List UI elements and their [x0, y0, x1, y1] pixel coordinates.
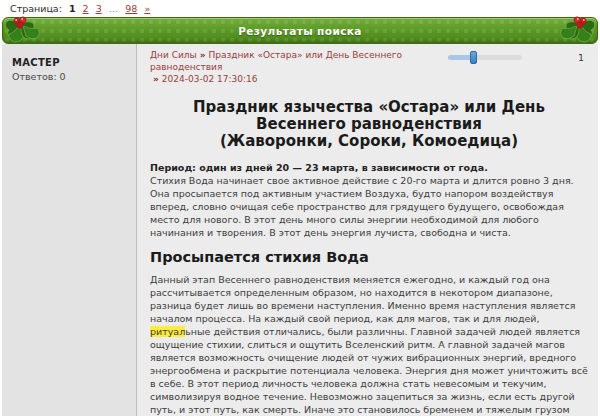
slider-handle[interactable] [470, 51, 477, 64]
period-line: Период: один из дней 20 — 23 марта, в за… [150, 161, 588, 174]
breadcrumb-forum-link[interactable]: Дни Силы [150, 50, 197, 60]
post-body: Праздник язычества «Остара» или День Вес… [150, 99, 588, 416]
author-replies-count: Ответов: 0 [12, 71, 128, 82]
holly-icon-left [3, 14, 49, 46]
topic-header-right: 1 [448, 49, 588, 63]
post-number-link[interactable]: 1 [578, 52, 584, 63]
results-header-bar: Результаты поиска [2, 17, 598, 44]
pagination: Страница: 1 2 3 … 98 » [0, 0, 600, 17]
breadcrumb-separator: » [200, 50, 206, 60]
pagination-ellipsis: … [109, 3, 119, 14]
breadcrumb-separator: » [153, 74, 159, 84]
holly-icon-right [551, 14, 597, 46]
pagination-label: Страница: [10, 3, 62, 14]
article-title: Праздник язычества «Остара» или День Вес… [153, 99, 585, 150]
article-title-line2: (Жаворонки, Сороки, Комоедица) [220, 132, 518, 150]
pagination-next-button[interactable]: » [144, 3, 150, 14]
paragraph-2: Данный этап Весеннего равноденствия меня… [150, 273, 588, 416]
post-date-link[interactable]: 2024-03-02 17:30:16 [162, 74, 258, 84]
section-heading-water: Просыпается стихия Вода [150, 251, 588, 264]
pagination-page-2[interactable]: 2 [83, 3, 89, 14]
page-title: Результаты поиска [238, 25, 362, 37]
author-username: МАСТЕР [12, 57, 128, 68]
pagination-last-page[interactable]: 98 [125, 3, 137, 14]
breadcrumb: Дни Силы»Праздник «Остара» или День Весе… [150, 49, 448, 85]
topic-position-slider[interactable] [448, 55, 522, 60]
article-title-line1: Праздник язычества «Остара» или День Вес… [193, 98, 545, 133]
content-area: МАСТЕР Ответов: 0 Дни Силы»Праздник «Ост… [2, 44, 598, 416]
author-sidebar: МАСТЕР Ответов: 0 [2, 44, 137, 416]
topic-header: Дни Силы»Праздник «Остара» или День Весе… [150, 49, 588, 85]
paragraph-1: Стихия Вода начинает свое активное дейст… [150, 174, 588, 239]
post-panel: Дни Силы»Праздник «Остара» или День Весе… [137, 44, 598, 416]
pagination-page-3[interactable]: 3 [96, 3, 102, 14]
pagination-current-page: 1 [69, 3, 76, 14]
